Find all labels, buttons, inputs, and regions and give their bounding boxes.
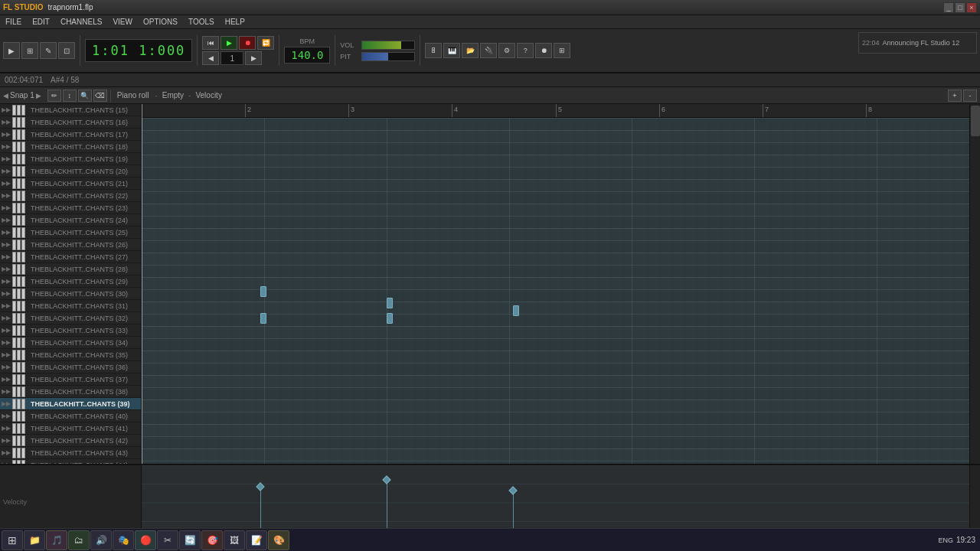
record-button[interactable]: ⏺ — [239, 36, 256, 50]
channel-row[interactable]: ▶▶THEBLACKHITT..CHANTS (35) — [0, 349, 141, 361]
channel-row[interactable]: ▶▶THEBLACKHITT..CHANTS (30) — [0, 288, 141, 300]
vertical-scrollbar[interactable] — [969, 104, 980, 464]
pr-erase-tool[interactable]: ⌫ — [93, 90, 107, 102]
channel-row[interactable]: ▶▶THEBLACKHITT..CHANTS (31) — [0, 300, 141, 312]
maximize-button[interactable]: □ — [955, 2, 965, 13]
mixer-btn[interactable]: 🎚 — [425, 43, 442, 58]
channel-row[interactable]: ▶▶THEBLACKHITT..CHANTS (23) — [0, 202, 141, 214]
channel-label: THEBLACKHITT..CHANTS (44) — [31, 461, 128, 465]
channel-row[interactable]: ▶▶THEBLACKHITT..CHANTS (27) — [0, 251, 141, 263]
channel-row[interactable]: ▶▶THEBLACKHITT..CHANTS (15) — [0, 104, 141, 116]
piano-roll-mode[interactable]: Empty — [161, 91, 185, 99]
taskbar-vol-icon[interactable]: 🔊 — [90, 530, 112, 550]
channel-row[interactable]: ▶▶THEBLACKHITT..CHANTS (42) — [0, 435, 141, 447]
zoom-out-btn[interactable]: - — [963, 90, 977, 102]
channel-row[interactable]: ▶▶THEBLACKHITT..CHANTS (19) — [0, 153, 141, 165]
piano-note[interactable] — [513, 305, 519, 316]
channel-row[interactable]: ▶▶THEBLACKHITT..CHANTS (18) — [0, 141, 141, 153]
settings-btn[interactable]: ⚙ — [498, 43, 515, 58]
channel-row[interactable]: ▶▶THEBLACKHITT..CHANTS (43) — [0, 447, 141, 459]
browser-btn[interactable]: 📂 — [462, 43, 479, 58]
channel-row[interactable]: ▶▶THEBLACKHITT..CHANTS (17) — [0, 129, 141, 141]
channel-row[interactable]: ▶▶THEBLACKHITT..CHANTS (33) — [0, 324, 141, 337]
channel-row[interactable]: ▶▶THEBLACKHITT..CHANTS (26) — [0, 239, 141, 251]
piano-note[interactable] — [387, 298, 393, 308]
close-button[interactable]: × — [966, 2, 977, 13]
ruler-label: 2 — [247, 106, 251, 113]
channel-row[interactable]: ▶▶THEBLACKHITT..CHANTS (21) — [0, 178, 141, 190]
taskbar-app-8[interactable]: 🖼 — [224, 530, 245, 550]
snap-btn[interactable]: ⊞ — [554, 43, 570, 58]
ruler-label: 7 — [765, 106, 769, 113]
tool-btn-2[interactable]: ⊞ — [21, 42, 38, 59]
channel-row[interactable]: ▶▶THEBLACKHITT..CHANTS (38) — [0, 386, 141, 398]
taskbar-folder[interactable]: 📁 — [24, 530, 45, 550]
channel-row[interactable]: ▶▶THEBLACKHITT..CHANTS (20) — [0, 165, 141, 178]
piano-note[interactable] — [260, 313, 266, 324]
channel-arrow-icon: ▶▶ — [2, 253, 11, 260]
channel-row[interactable]: ▶▶THEBLACKHITT..CHANTS (34) — [0, 337, 141, 349]
pr-draw-tool[interactable]: ✏ — [47, 90, 61, 102]
ruler-label: 5 — [558, 106, 562, 113]
ruler-label: 3 — [351, 106, 354, 113]
grid-area[interactable]: 2345678 — [142, 104, 969, 464]
channel-row[interactable]: ▶▶THEBLACKHITT..CHANTS (29) — [0, 276, 141, 288]
menu-edit[interactable]: EDIT — [30, 17, 52, 27]
channel-arrow-icon: ▶▶ — [2, 412, 11, 419]
pattern-next[interactable]: ▶ — [245, 51, 262, 65]
pattern-prev[interactable]: ◀ — [202, 51, 219, 65]
taskbar-app-1[interactable]: 🎵 — [46, 530, 67, 550]
plugin-btn[interactable]: 🔌 — [480, 43, 497, 58]
menu-view[interactable]: VIEW — [110, 17, 135, 27]
playhead — [142, 104, 142, 464]
channel-row[interactable]: ▶▶THEBLACKHITT..CHANTS (25) — [0, 227, 141, 239]
taskbar-app-4[interactable]: 🔴 — [135, 530, 156, 550]
taskbar-app-7[interactable]: 🎯 — [201, 530, 223, 550]
menu-file[interactable]: FILE — [3, 17, 24, 27]
channel-row[interactable]: ▶▶THEBLACKHITT..CHANTS (36) — [0, 361, 141, 373]
bpm-display[interactable]: 140.0 — [284, 47, 330, 64]
taskbar-app-9[interactable]: 📝 — [246, 530, 267, 550]
taskbar-app-10[interactable]: 🎨 — [268, 530, 289, 550]
tool-btn-3[interactable]: ✎ — [40, 42, 57, 59]
stop-button[interactable]: ⏮ — [202, 36, 219, 50]
menu-help[interactable]: HELP — [223, 17, 247, 27]
piano-note[interactable] — [260, 286, 266, 297]
pr-select-tool[interactable]: ↕ — [63, 90, 77, 102]
channel-row[interactable]: ▶▶THEBLACKHITT..CHANTS (16) — [0, 116, 141, 129]
ruler-label: 6 — [662, 106, 665, 113]
channel-row[interactable]: ▶▶THEBLACKHITT..CHANTS (28) — [0, 263, 141, 276]
menu-channels[interactable]: CHANNELS — [58, 17, 104, 27]
rec-mode-btn[interactable]: ⏺ — [535, 43, 552, 58]
help-btn[interactable]: ? — [517, 43, 534, 58]
channel-row[interactable]: ▶▶THEBLACKHITT..CHANTS (39) — [0, 398, 141, 410]
taskbar-app-3[interactable]: 🎭 — [113, 530, 134, 550]
pr-zoom-tool[interactable]: 🔍 — [78, 90, 92, 102]
channel-row[interactable]: ▶▶THEBLACKHITT..CHANTS (37) — [0, 373, 141, 386]
master-pitch[interactable] — [361, 52, 415, 61]
tool-btn-4[interactable]: ⊡ — [58, 42, 75, 59]
zoom-in-btn[interactable]: + — [948, 90, 962, 102]
piano-roll-btn[interactable]: 🎹 — [443, 43, 460, 58]
channel-row[interactable]: ▶▶THEBLACKHITT..CHANTS (22) — [0, 190, 141, 202]
tool-btn-1[interactable]: ▶ — [3, 42, 20, 59]
menu-options[interactable]: OPTIONS — [141, 17, 180, 27]
channel-row[interactable]: ▶▶THEBLACKHITT..CHANTS (40) — [0, 410, 141, 422]
taskbar-app-5[interactable]: ✂ — [157, 530, 178, 550]
piano-roll-param[interactable]: Velocity — [194, 91, 223, 99]
channel-row[interactable]: ▶▶THEBLACKHITT..CHANTS (32) — [0, 312, 141, 324]
channel-row[interactable]: ▶▶THEBLACKHITT..CHANTS (44) — [0, 459, 141, 464]
master-vol[interactable] — [361, 41, 415, 50]
taskbar-app-6[interactable]: 🔄 — [179, 530, 201, 550]
channel-arrow-icon: ▶▶ — [2, 302, 11, 309]
mini-piano-keys — [12, 227, 29, 238]
play-button[interactable]: ▶ — [220, 36, 237, 50]
channel-row[interactable]: ▶▶THEBLACKHITT..CHANTS (24) — [0, 214, 141, 227]
taskbar-app-2[interactable]: 🗂 — [68, 530, 90, 550]
menu-tools[interactable]: TOOLS — [186, 17, 217, 27]
loop-button[interactable]: 🔁 — [257, 36, 274, 50]
piano-note[interactable] — [387, 313, 393, 324]
start-button[interactable]: ⊞ — [2, 530, 23, 550]
minimize-button[interactable]: _ — [943, 2, 954, 13]
channel-row[interactable]: ▶▶THEBLACKHITT..CHANTS (41) — [0, 422, 141, 435]
